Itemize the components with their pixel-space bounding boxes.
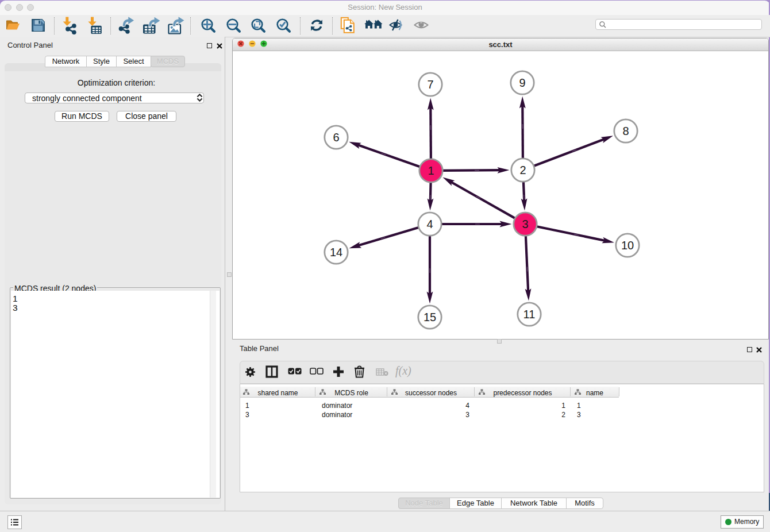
svg-text:11: 11	[523, 308, 536, 321]
svg-text:4: 4	[426, 218, 433, 230]
svg-text:9: 9	[519, 76, 525, 89]
svg-text:14: 14	[330, 246, 342, 259]
svg-text:10: 10	[621, 239, 634, 252]
svg-text:1: 1	[428, 164, 434, 177]
svg-text:15: 15	[424, 311, 436, 323]
svg-text:2: 2	[519, 164, 526, 176]
svg-text:8: 8	[622, 125, 629, 137]
svg-text:7: 7	[427, 78, 433, 91]
svg-text:6: 6	[333, 131, 339, 144]
svg-text:3: 3	[522, 218, 528, 230]
